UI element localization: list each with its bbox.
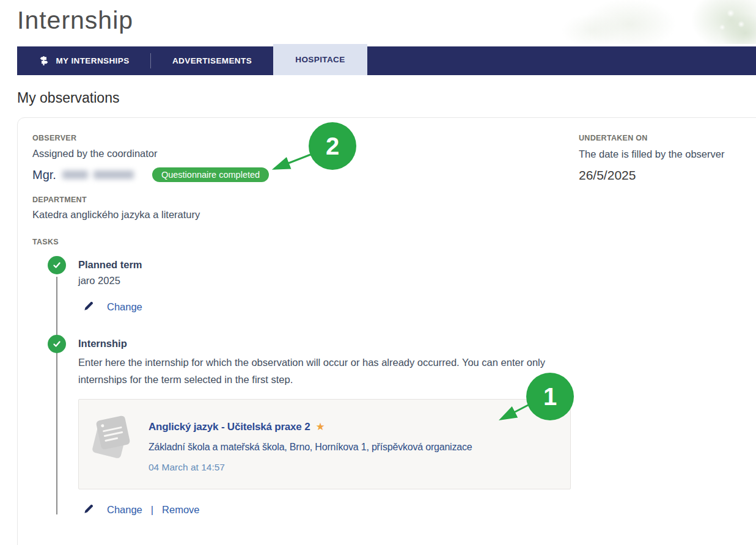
undertaken-on-label: UNDERTAKEN ON [579, 134, 756, 142]
observer-name-prefix: Mgr. [32, 168, 56, 182]
main-navbar: MY INTERNSHIPS ADVERTISEMENTS HOSPITACE [17, 46, 756, 75]
change-internship-link[interactable]: Change [107, 504, 142, 516]
pencil-icon[interactable] [83, 300, 95, 314]
department-label: DEPARTMENT [32, 196, 756, 204]
pencil-icon[interactable] [83, 503, 95, 517]
flower-decoration-image [545, 0, 756, 44]
task-value: jaro 2025 [78, 275, 142, 287]
signpost-icon [38, 55, 50, 67]
annotation-circle-2: 2 [309, 122, 356, 170]
notes-icon [94, 415, 131, 463]
undertaken-on-date: 26/5/2025 [579, 168, 756, 183]
internship-timestamp: 04 March at 14:57 [149, 462, 472, 473]
nav-tab-label: MY INTERNSHIPS [56, 56, 129, 65]
task-description: Enter here the internship for which the … [78, 354, 562, 388]
observer-column: OBSERVER Assigned by the coordinator Mgr… [32, 134, 756, 517]
task-title: Internship [78, 338, 571, 349]
internship-info: Anglický jazyk - Učitelská praxe 2 ★ Zák… [149, 415, 472, 473]
nav-tab-advertisements[interactable]: ADVERTISEMENTS [151, 46, 273, 75]
nav-tab-label: ADVERTISEMENTS [172, 56, 252, 65]
undertaken-on-note: The date is filled by the observer [579, 148, 756, 160]
page: Internship MY INTERNSHIPS ADVERTISEMENTS… [0, 0, 756, 545]
observation-card: OBSERVER Assigned by the coordinator Mgr… [17, 117, 756, 545]
internship-title: Anglický jazyk - Učitelská praxe 2 [149, 421, 310, 433]
check-circle-icon [48, 335, 66, 353]
page-title: Internship [17, 6, 133, 35]
action-separator: | [151, 504, 153, 516]
task-planned-term: Planned term jaro 2025 Change [32, 256, 756, 314]
internship-organization: Základní škola a mateřská škola, Brno, H… [149, 442, 472, 453]
favorite-star-icon: ★ [315, 420, 325, 433]
undertaken-on-column: UNDERTAKEN ON The date is filled by the … [579, 134, 756, 183]
task-internship: Internship Enter here the internship for… [32, 335, 756, 517]
tasks-label: TASKS [32, 238, 756, 246]
nav-tab-hospitace-active[interactable]: HOSPITACE [273, 44, 367, 75]
nav-tab-my-internships[interactable]: MY INTERNSHIPS [17, 46, 150, 75]
task-title: Planned term [78, 259, 142, 271]
check-circle-icon [48, 256, 66, 274]
status-badge: Questionnaire completed [152, 167, 269, 182]
nav-tab-label: HOSPITACE [295, 55, 345, 64]
section-heading: My observations [17, 90, 119, 106]
change-term-link[interactable]: Change [107, 301, 142, 313]
observer-name-redacted [62, 170, 134, 179]
annotation-circle-1: 1 [526, 373, 574, 420]
department-value: Katedra anglického jazyka a literatury [32, 209, 756, 221]
remove-internship-link[interactable]: Remove [162, 504, 199, 516]
selected-internship-card[interactable]: Anglický jazyk - Učitelská praxe 2 ★ Zák… [78, 399, 571, 489]
task-list: Planned term jaro 2025 Change [32, 256, 756, 517]
